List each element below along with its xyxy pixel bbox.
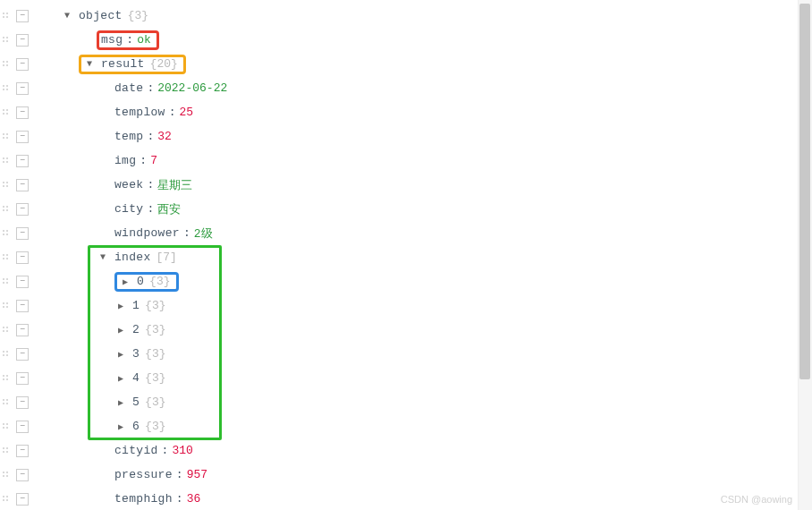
tree-row-index: − ▼ index [7] (0, 245, 812, 269)
collapse-toggle[interactable]: − (16, 276, 29, 288)
svg-point-11 (6, 64, 8, 66)
collapse-toggle[interactable]: − (16, 155, 29, 167)
collapse-toggle[interactable]: − (16, 106, 29, 119)
drag-handle-icon[interactable] (0, 155, 13, 167)
tree-row-index-item: −▶6{3} (0, 414, 812, 438)
node-key: 6 (132, 420, 140, 433)
collapse-toggle[interactable]: − (16, 34, 29, 47)
collapse-toggle[interactable]: − (16, 469, 29, 481)
svg-point-18 (3, 113, 4, 115)
drag-handle-icon[interactable] (0, 469, 13, 481)
svg-point-25 (6, 157, 8, 159)
chevron-right-icon[interactable]: ▶ (114, 373, 127, 384)
drag-handle-icon[interactable] (0, 372, 13, 385)
svg-point-74 (3, 451, 4, 453)
chevron-right-icon[interactable]: ▶ (114, 421, 127, 432)
tree-row-index-item: −▶1{3} (0, 293, 812, 318)
svg-point-6 (3, 40, 4, 42)
drag-handle-icon[interactable] (0, 251, 13, 264)
drag-handle-icon[interactable] (0, 324, 13, 336)
tree-row-msg: − msg : ok (0, 28, 812, 52)
node-key: 2 (132, 323, 140, 336)
svg-point-3 (6, 16, 8, 18)
svg-point-44 (3, 278, 4, 280)
node-key: 5 (132, 395, 140, 409)
drag-handle-icon[interactable] (0, 10, 13, 22)
collapse-toggle[interactable]: − (16, 179, 29, 191)
drag-handle-icon[interactable] (0, 58, 13, 71)
collapse-toggle[interactable]: − (16, 131, 29, 143)
node-meta: {3} (128, 9, 148, 22)
svg-point-65 (6, 399, 8, 401)
node-key: object (79, 9, 123, 22)
node-key: week (114, 178, 143, 191)
svg-point-59 (6, 354, 8, 356)
svg-point-51 (6, 306, 8, 308)
tree-row-field: −temp:32 (0, 124, 812, 149)
drag-handle-icon[interactable] (0, 445, 13, 457)
drag-handle-icon[interactable] (0, 131, 13, 143)
collapse-toggle[interactable]: − (16, 372, 29, 385)
svg-point-62 (3, 378, 4, 380)
tree-row-field: −img:7 (0, 149, 812, 173)
chevron-right-icon[interactable]: ▶ (114, 349, 127, 360)
drag-handle-icon[interactable] (0, 203, 13, 216)
chevron-right-icon[interactable]: ▶ (114, 325, 127, 336)
drag-handle-icon[interactable] (0, 179, 13, 191)
collapse-toggle[interactable]: − (16, 58, 29, 71)
chevron-down-icon[interactable]: ▼ (61, 11, 73, 21)
scrollbar-thumb[interactable] (799, 4, 810, 379)
collapse-toggle[interactable]: − (16, 445, 29, 457)
svg-point-83 (6, 499, 8, 501)
chevron-down-icon[interactable]: ▼ (97, 252, 109, 262)
svg-point-64 (3, 399, 4, 401)
svg-point-29 (6, 182, 8, 183)
collapse-toggle[interactable]: − (16, 300, 29, 312)
collapse-toggle[interactable]: − (16, 396, 29, 409)
svg-point-32 (3, 206, 4, 208)
collapse-toggle[interactable]: − (16, 82, 29, 95)
node-key: temp (114, 130, 143, 143)
drag-handle-icon[interactable] (0, 493, 13, 506)
drag-handle-icon[interactable] (0, 421, 13, 433)
node-key: index (114, 251, 151, 264)
tree-row-field: −cityid:310 (0, 438, 812, 463)
highlight-orange: ▼ result {20} (79, 55, 186, 74)
svg-point-20 (3, 133, 4, 135)
collapse-toggle[interactable]: − (16, 421, 29, 433)
node-meta: [7] (156, 251, 177, 264)
drag-handle-icon[interactable] (0, 82, 13, 95)
highlight-red: msg : ok (97, 30, 159, 50)
collapse-toggle[interactable]: − (16, 203, 29, 216)
collapse-toggle[interactable]: − (16, 348, 29, 361)
collapse-toggle[interactable]: − (16, 227, 29, 240)
drag-handle-icon[interactable] (0, 300, 13, 312)
drag-handle-icon[interactable] (0, 227, 13, 240)
drag-handle-icon[interactable] (0, 276, 13, 288)
scrollbar[interactable] (798, 0, 812, 510)
node-value: 2022-06-22 (157, 81, 227, 95)
drag-handle-icon[interactable] (0, 348, 13, 361)
collapse-toggle[interactable]: − (16, 493, 29, 506)
chevron-right-icon[interactable]: ▶ (114, 397, 127, 408)
collapse-toggle[interactable]: − (16, 10, 29, 22)
chevron-right-icon[interactable]: ▶ (114, 301, 127, 311)
chevron-down-icon[interactable]: ▼ (83, 59, 96, 69)
svg-point-0 (3, 13, 4, 14)
svg-point-47 (6, 282, 8, 284)
node-meta: {3} (145, 395, 165, 409)
drag-handle-icon[interactable] (0, 396, 13, 409)
node-value: 957 (187, 468, 207, 481)
svg-point-68 (3, 423, 4, 425)
chevron-right-icon[interactable]: ▶ (119, 276, 131, 287)
collapse-toggle[interactable]: − (16, 251, 29, 264)
collapse-toggle[interactable]: − (16, 324, 29, 336)
drag-handle-icon[interactable] (0, 106, 13, 119)
node-key: 4 (132, 371, 140, 385)
svg-point-43 (6, 258, 8, 259)
svg-point-79 (6, 475, 8, 477)
drag-handle-icon[interactable] (0, 34, 13, 47)
svg-point-14 (3, 89, 4, 90)
highlight-blue: ▶0{3} (114, 272, 179, 292)
svg-point-7 (6, 40, 8, 42)
